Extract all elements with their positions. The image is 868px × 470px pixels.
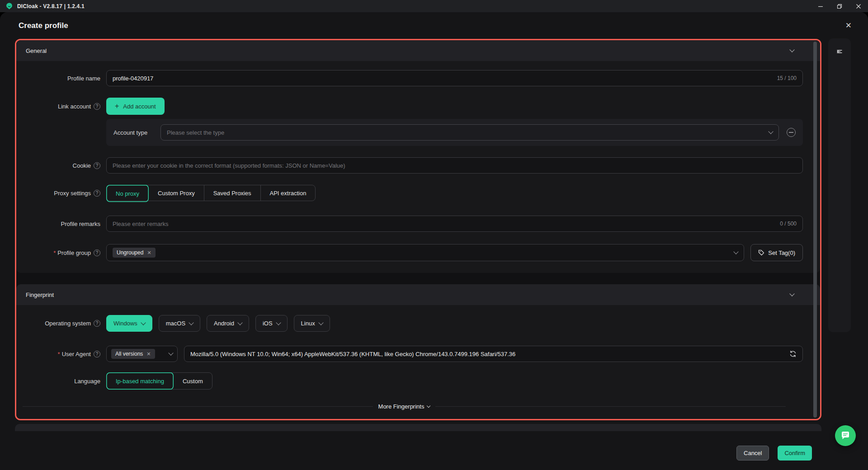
chevron-down-icon <box>141 320 146 325</box>
chat-bubble-icon <box>840 430 851 441</box>
side-toolbar <box>828 38 851 332</box>
section-general: General Profile name 15 / 100 <box>16 40 820 273</box>
cookie-row: Cookie ? <box>16 157 803 174</box>
os-button-linux[interactable]: Linux <box>294 315 330 332</box>
os-button-macos[interactable]: macOS <box>159 315 200 332</box>
dialog-close-icon[interactable]: ✕ <box>845 22 852 29</box>
add-account-button[interactable]: + Add account <box>106 98 165 115</box>
cookie-label: Cookie <box>73 162 91 169</box>
chevron-down-icon <box>768 129 773 134</box>
help-icon: ? <box>94 190 100 197</box>
profile-group-row: * Profile group ? Ungrouped ✕ <box>16 244 803 261</box>
create-profile-dialog: Create profile ✕ General Profile name 15… <box>0 12 868 470</box>
fingerprint-section-title: Fingerprint <box>26 291 54 298</box>
required-asterisk: * <box>53 249 56 256</box>
chevron-down-icon <box>318 320 323 325</box>
account-entry-row: Account type Please select the type <box>16 119 803 146</box>
proxy-settings-row: Proxy settings ? No proxy Custom Proxy S… <box>16 185 803 201</box>
profile-group-chip: Ungrouped ✕ <box>113 248 156 258</box>
profile-remarks-label: Profile remarks <box>61 221 100 227</box>
divider <box>435 406 786 407</box>
operating-system-label: Operating system <box>45 320 91 327</box>
proxy-tab-saved-proxies[interactable]: Saved Proxies <box>204 185 261 201</box>
divider <box>23 406 373 407</box>
confirm-button[interactable]: Confirm <box>778 446 812 461</box>
minimize-button[interactable] <box>811 0 830 12</box>
profile-remarks-row: Profile remarks 0 / 500 <box>16 216 803 232</box>
proxy-tab-custom-proxy[interactable]: Custom Proxy <box>149 185 204 201</box>
proxy-tab-no-proxy[interactable]: No proxy <box>106 185 149 202</box>
ua-version-select[interactable]: All versions ✕ <box>106 346 178 362</box>
os-button-windows[interactable]: Windows <box>106 315 152 332</box>
language-tabs: Ip-based matching Custom <box>106 372 212 390</box>
set-tag-button[interactable]: Set Tag(0) <box>750 244 803 261</box>
chevron-down-icon <box>168 350 173 355</box>
dialog-footer: Cancel Confirm <box>736 446 812 461</box>
remove-account-icon[interactable] <box>787 128 796 137</box>
account-type-placeholder: Please select the type <box>167 129 224 136</box>
language-tab-ip-based[interactable]: Ip-based matching <box>106 372 174 390</box>
refresh-user-agent-icon[interactable] <box>789 350 797 357</box>
collapse-panel-icon[interactable] <box>835 47 844 56</box>
profile-remarks-input[interactable] <box>113 221 774 227</box>
close-window-button[interactable] <box>849 0 868 12</box>
chip-remove-icon[interactable]: ✕ <box>147 250 151 255</box>
chevron-down-icon <box>189 320 193 325</box>
profile-name-row: Profile name 15 / 100 <box>16 70 803 86</box>
user-agent-label: User Agent <box>62 351 91 357</box>
section-fingerprint: Fingerprint Operating system ? Windows <box>16 284 820 419</box>
chevron-down-icon <box>789 47 794 52</box>
window-title: DICloak - V2.8.17 | 1.2.4.1 <box>17 3 85 9</box>
chevron-down-icon <box>789 291 794 296</box>
profile-group-select[interactable]: Ungrouped ✕ <box>106 244 744 261</box>
vertical-scrollbar[interactable] <box>813 42 817 418</box>
more-fingerprints-button[interactable]: More Fingerprints <box>378 403 430 410</box>
profile-remarks-counter: 0 / 500 <box>780 221 797 227</box>
collapsed-section-bar[interactable] <box>15 424 821 431</box>
os-titlebar: DICloak - V2.8.17 | 1.2.4.1 <box>0 0 868 12</box>
ua-version-chip: All versions ✕ <box>111 349 155 359</box>
user-agent-row: * User Agent ? All versions ✕ <box>16 346 803 362</box>
operating-system-row: Operating system ? Windows macOS <box>16 315 803 332</box>
cancel-button[interactable]: Cancel <box>736 446 769 461</box>
os-button-ios[interactable]: iOS <box>255 315 288 332</box>
profile-name-label: Profile name <box>67 75 100 82</box>
profile-name-input[interactable] <box>113 75 772 82</box>
chevron-down-icon <box>427 404 430 407</box>
os-button-android[interactable]: Android <box>207 315 249 332</box>
cookie-input-box <box>106 157 803 174</box>
link-account-row: Link account ? + Add account <box>16 98 803 115</box>
cookie-input[interactable] <box>113 162 797 169</box>
more-fingerprints-row: More Fingerprints <box>23 403 786 410</box>
restore-button[interactable] <box>830 0 849 12</box>
help-icon: ? <box>94 351 100 357</box>
general-section-header[interactable]: General <box>16 40 820 61</box>
proxy-tab-api-extraction[interactable]: API extraction <box>261 185 316 201</box>
help-icon: ? <box>94 103 100 110</box>
help-icon: ? <box>94 162 100 169</box>
language-tab-custom[interactable]: Custom <box>174 373 212 389</box>
chevron-down-icon <box>734 249 739 254</box>
language-label: Language <box>74 378 100 385</box>
fingerprint-section-header[interactable]: Fingerprint <box>16 284 820 305</box>
minimize-icon <box>818 4 823 9</box>
dialog-title: Create profile <box>19 21 68 30</box>
account-entry-panel: Account type Please select the type <box>106 119 803 146</box>
chevron-down-icon <box>237 320 242 325</box>
general-section-title: General <box>26 47 47 54</box>
link-account-label: Link account <box>58 103 91 110</box>
profile-remarks-input-box: 0 / 500 <box>106 216 803 232</box>
chevron-down-icon <box>276 320 281 325</box>
chat-widget-button[interactable] <box>835 425 856 446</box>
help-icon: ? <box>94 320 100 327</box>
proxy-settings-tabs: No proxy Custom Proxy Saved Proxies API … <box>106 185 316 201</box>
account-type-select[interactable]: Please select the type <box>160 124 779 141</box>
chip-remove-icon[interactable]: ✕ <box>146 352 151 357</box>
user-agent-input[interactable] <box>190 351 784 357</box>
language-row: Language Ip-based matching Custom <box>16 372 803 390</box>
profile-group-label: Profile group <box>57 249 91 256</box>
user-agent-input-box <box>184 346 803 362</box>
profile-name-input-box: 15 / 100 <box>106 70 803 86</box>
account-type-label: Account type <box>113 129 154 136</box>
form-panel: General Profile name 15 / 100 <box>15 39 821 420</box>
